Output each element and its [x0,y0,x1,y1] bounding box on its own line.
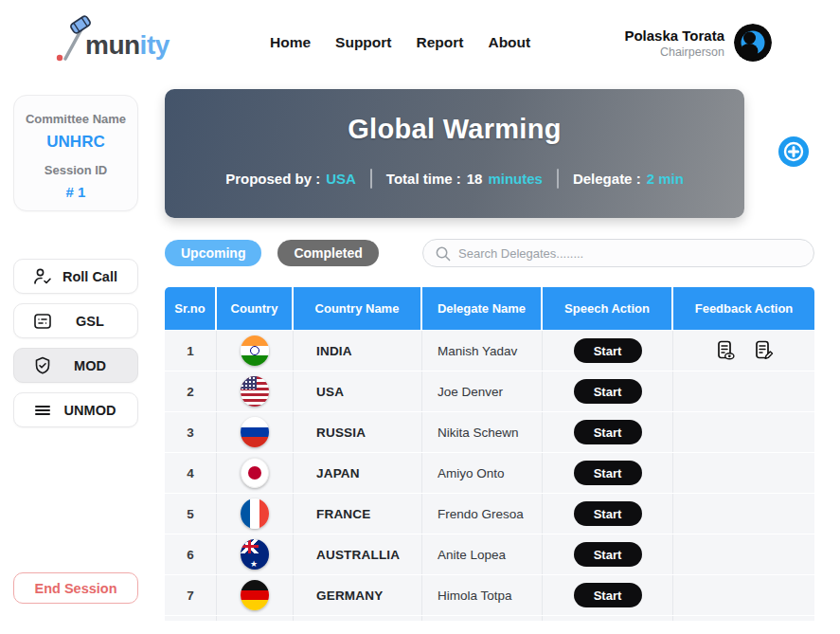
search-input[interactable] [458,246,802,261]
country-name: FRANCE [294,494,422,534]
table-row: 4 JAPAN Amiyo Onto Start [165,452,814,493]
sidebar-item-label: UNMOD [52,403,128,418]
start-speech-button[interactable]: Start [574,461,642,485]
country-flag-cell [217,331,294,371]
total-time-unit: minutes [488,171,543,187]
tab-upcoming[interactable]: Upcoming [165,240,261,266]
user-check-icon [33,267,52,286]
total-time-label: Total time : [386,171,461,187]
header-country: Country [217,287,294,330]
country-flag-cell [217,534,294,574]
country-flag-cell [217,371,294,411]
start-speech-button[interactable]: Start [574,338,642,363]
speech-action-cell: Start [543,575,673,615]
feedback-action-cell [673,534,814,574]
country-name: GERMANY [294,575,422,615]
avatar[interactable] [734,24,772,62]
total-time-value: 18 [467,171,483,187]
user-meta: Polaska Torata Chairperson [624,27,724,59]
country-name: RUSSIA [294,412,422,452]
edit-feedback-button[interactable] [753,340,774,361]
table-row: 7 GERMANY Himola Totpa Start [165,574,814,615]
plus-circle-icon [778,136,809,167]
list-tabs: Upcoming Completed [165,240,379,266]
speech-action-cell: Start [543,534,673,574]
feedback-action-cell [673,371,814,411]
list-card-icon [33,312,52,331]
nav-home[interactable]: Home [270,34,311,51]
session-id-label: Session ID [14,163,137,177]
view-feedback-button[interactable] [715,340,736,361]
sr-no: 1 [165,331,217,371]
table-row: 6 AUSTRALLIA Anite Lopea Start [165,534,814,574]
sidebar-item-roll-call[interactable]: Roll Call [13,259,138,294]
sidebar-item-gsl[interactable]: GSL [13,303,138,338]
session-id-value: # 1 [14,184,137,200]
nav-about[interactable]: About [488,34,530,51]
user-box: Polaska Torata Chairperson [624,0,772,85]
start-speech-button[interactable]: Start [574,542,642,567]
feedback-action-cell [673,331,814,371]
start-speech-button[interactable]: Start [574,501,642,526]
view-feedback-icon [715,340,736,361]
flag-france-icon [241,498,269,529]
country-name: INDIA [294,331,422,371]
start-speech-button[interactable]: Start [574,379,642,404]
sidebar-item-label: GSL [52,314,128,329]
meta-divider [370,169,372,189]
feedback-action-cell [673,453,814,493]
header-sr-no: Sr.no [165,287,217,330]
munity-app: munity Home Support Report About Polaska… [0,0,840,634]
delegate-name: Amiyo Onto [422,453,543,493]
topic-hero-card: Global Warming Proposed by : USA Total t… [165,89,744,218]
logo-wordmark: munity [85,32,170,64]
sr-no: 7 [165,575,217,615]
sidebar-item-unmod[interactable]: UNMOD [13,392,138,427]
delegate-name: Frendo Gresoa [422,494,543,534]
nav-support[interactable]: Support [335,34,391,51]
topic-title: Global Warming [165,114,744,145]
search-bar[interactable] [422,239,814,267]
country-name: USA [294,371,422,411]
delegate-time-value: 2 min [647,171,684,187]
end-session-button[interactable]: End Session [13,572,138,604]
app-logo[interactable]: munity [55,15,170,64]
table-row: 1 INDIA Manish Yadav Start [165,330,814,371]
sr-no: 2 [165,371,217,411]
tab-completed[interactable]: Completed [277,240,378,266]
delegates-table: Sr.no Country Country Name Delegate Name… [165,287,814,621]
add-button[interactable] [778,136,809,167]
table-row-partial [165,615,814,621]
flag-india-icon [241,335,269,366]
sidebar-item-label: Roll Call [52,269,128,284]
header-speech-action: Speech Action [543,287,673,330]
committee-info-card: Committee Name UNHRC Session ID # 1 [13,95,138,211]
table-row: 3 RUSSIA Nikita Schewn Start [165,411,814,452]
profile-silhouette-icon [734,24,772,62]
committee-name-label: Committee Name [14,112,137,126]
edit-feedback-icon [753,340,774,361]
speech-action-cell: Start [543,494,673,534]
proposed-by-label: Proposed by : [225,171,320,187]
sr-no: 6 [165,534,217,574]
proposed-by-value: USA [326,171,356,187]
delegate-name: Joe Denver [422,371,543,411]
top-bar: munity Home Support Report About Polaska… [0,0,840,85]
nav-report[interactable]: Report [416,34,463,51]
feedback-action-cell [673,412,814,452]
flag-australia-icon [241,539,269,570]
table-header: Sr.no Country Country Name Delegate Name… [165,287,814,330]
flag-usa-icon [241,376,269,407]
flag-germany-icon [241,580,269,610]
sidebar-item-mod[interactable]: MOD [13,348,138,383]
table-row: 2 USA Joe Denver Start [165,371,814,411]
main-nav: Home Support Report About [270,0,530,85]
sidebar-menu: Roll Call GSL MOD UNMOD [13,259,138,427]
flag-japan-icon [241,458,269,488]
start-speech-button[interactable]: Start [574,583,642,607]
sr-no: 4 [165,453,217,493]
table-row: 5 FRANCE Frendo Gresoa Start [165,493,814,534]
sidebar-item-label: MOD [52,358,128,373]
speech-action-cell: Start [543,371,673,411]
start-speech-button[interactable]: Start [574,420,642,444]
